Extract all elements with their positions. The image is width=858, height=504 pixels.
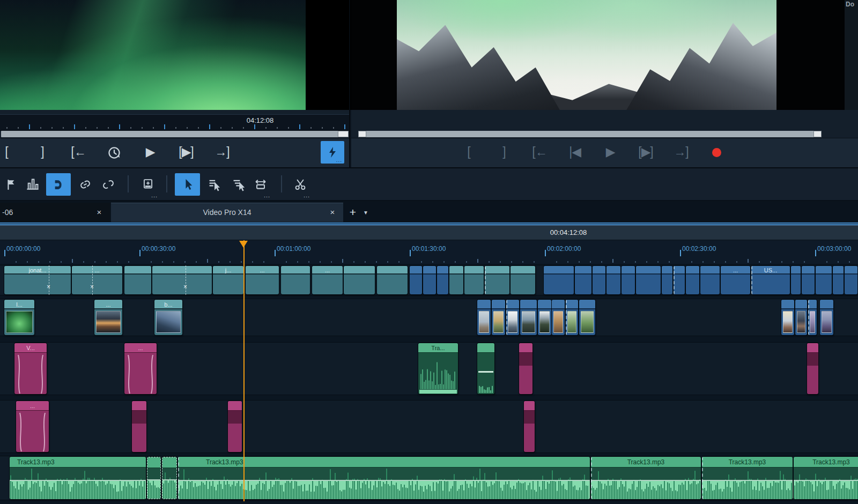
timeline-clip[interactable]	[544, 266, 574, 294]
mouse-mode-single-track-button[interactable]	[204, 173, 225, 196]
ungroup-unlink-button[interactable]	[98, 173, 119, 196]
timeline-clip[interactable]: b...	[154, 300, 182, 335]
stretch-options-label[interactable]: ...	[264, 192, 270, 198]
source-scrubber-handle[interactable]	[338, 131, 349, 137]
program-scrubber-handle-left[interactable]	[358, 131, 366, 137]
timeline-clip[interactable]	[124, 266, 151, 294]
timeline-clip[interactable]: Track13.mp3	[591, 457, 701, 499]
timeline-ruler[interactable]: 00:00:00:0000:00:30:0000:01:00:0000:01:3…	[0, 240, 858, 264]
timeline-clip[interactable]	[492, 300, 505, 335]
timeline-clip[interactable]	[485, 266, 509, 294]
timeline-clip[interactable]	[132, 401, 146, 452]
timeline-clip[interactable]	[437, 266, 448, 294]
record-button[interactable]	[702, 140, 730, 163]
play-in-range-button[interactable]: [▶]	[172, 140, 200, 163]
timeline-clip[interactable]	[538, 300, 551, 335]
timeline-clip[interactable]	[575, 266, 591, 294]
timeline-clip[interactable]: ...	[16, 401, 49, 452]
timeline-clip[interactable]	[228, 401, 242, 452]
jump-to-end-button[interactable]: →]	[208, 140, 236, 163]
playback-duration-button[interactable]	[100, 140, 128, 163]
timeline-clip[interactable]: Track13.mp3	[702, 457, 793, 499]
program-scrubber[interactable]	[358, 131, 822, 137]
timeline-clip[interactable]	[674, 266, 685, 294]
timeline-clip[interactable]	[700, 266, 720, 294]
timeline-clip[interactable]	[686, 266, 699, 294]
timeline-clip[interactable]: ...	[72, 266, 122, 294]
timeline-clip[interactable]	[147, 457, 161, 499]
timeline-clip[interactable]	[820, 300, 833, 335]
timeline-clip[interactable]	[795, 300, 807, 335]
timeline-clip[interactable]: ...	[312, 266, 343, 294]
timeline-clip[interactable]	[520, 300, 537, 335]
jump-to-start-button[interactable]: [←	[526, 140, 553, 163]
source-monitor-ruler[interactable]: 04:12:08	[0, 114, 349, 131]
timeline-clip[interactable]	[152, 266, 212, 294]
timeline-clip[interactable]	[791, 266, 801, 294]
mark-in-button[interactable]: [	[455, 140, 483, 163]
track-audio-2[interactable]: ...	[0, 400, 858, 453]
timeline-clip[interactable]	[477, 300, 491, 335]
standard-mouse-mode-button[interactable]	[175, 173, 200, 196]
timeline-clip[interactable]: ...	[94, 300, 122, 335]
insert-options-label[interactable]: ...	[151, 192, 158, 198]
mark-out-button[interactable]: ]	[28, 140, 56, 163]
timeline-clip[interactable]	[281, 266, 310, 294]
project-tab-1[interactable]: -06 ×	[0, 203, 110, 222]
playhead-line[interactable]	[243, 240, 245, 501]
mark-out-button[interactable]: ]	[490, 140, 518, 163]
timeline-clip[interactable]	[423, 266, 436, 294]
group-link-button[interactable]	[75, 173, 96, 196]
play-button[interactable]: ▶	[136, 140, 164, 163]
timeline-clip[interactable]	[552, 300, 565, 335]
timeline-clip[interactable]	[808, 300, 817, 335]
track-music[interactable]: Track13.mp3Track13.mp3Track13.mp3Track13…	[0, 456, 858, 500]
timeline-clip[interactable]: V...	[14, 343, 47, 394]
timeline-clip[interactable]: jonat...	[4, 266, 71, 294]
timeline-clip[interactable]	[833, 266, 844, 294]
play-button[interactable]: ▶	[596, 140, 624, 163]
timeline-clip[interactable]: Track13.mp3	[794, 457, 858, 499]
tab-menu-caret[interactable]: ▼	[360, 203, 371, 222]
timeline-clip[interactable]: ...	[721, 266, 750, 294]
scissors-options-label[interactable]: ...	[304, 192, 310, 198]
timeline-clip[interactable]	[449, 266, 463, 294]
jump-to-end-button[interactable]: →]	[667, 140, 695, 163]
timeline-clip[interactable]	[662, 266, 672, 294]
timeline-clip[interactable]	[816, 266, 832, 294]
timeline-clip[interactable]	[524, 401, 535, 452]
timeline-clip[interactable]	[162, 457, 177, 499]
jump-to-start-button[interactable]: [←	[64, 140, 92, 163]
timeline-clip[interactable]: Track13.mp3	[10, 457, 146, 499]
timeline-clip[interactable]	[781, 300, 794, 335]
timeline-clip[interactable]: US...	[751, 266, 790, 294]
playhead-marker[interactable]	[239, 241, 248, 248]
source-scrubber[interactable]	[1, 131, 349, 137]
timeline-clip[interactable]	[593, 266, 605, 294]
track-audio-1[interactable]: V......Tra...	[0, 342, 858, 395]
timeline-clip[interactable]	[511, 266, 535, 294]
close-icon[interactable]: ×	[95, 203, 103, 222]
timeline-clip[interactable]	[845, 266, 857, 294]
timeline-clip[interactable]	[636, 266, 661, 294]
preview-boost-button[interactable]: ...	[321, 141, 344, 164]
previous-frame-button[interactable]: |◀	[561, 140, 589, 163]
timeline-clip[interactable]: l...	[4, 300, 34, 335]
program-scrubber-handle-right[interactable]	[813, 131, 822, 137]
track-video-1[interactable]: jonat......j............US...×××	[0, 265, 858, 295]
timeline-clip[interactable]: ...	[246, 266, 279, 294]
close-icon[interactable]: ×	[328, 203, 337, 222]
timeline-clip[interactable]: ...	[124, 343, 157, 394]
timeline-clip[interactable]	[477, 343, 494, 394]
timeline-clip[interactable]	[579, 300, 595, 335]
mouse-mode-all-tracks-button[interactable]	[228, 173, 249, 196]
play-in-range-button[interactable]: [▶]	[632, 140, 660, 163]
timeline-clip[interactable]	[519, 343, 532, 394]
add-tab-button[interactable]: +	[346, 203, 359, 222]
timeline-clip[interactable]: Track13.mp3	[178, 457, 590, 499]
marker-flag-button[interactable]	[1, 173, 23, 196]
timeline-clip[interactable]	[807, 343, 818, 394]
timeline-clip[interactable]: Tra...	[418, 343, 458, 394]
mark-in-button[interactable]: [	[0, 140, 20, 163]
timeline-clip[interactable]: j...	[213, 266, 243, 294]
